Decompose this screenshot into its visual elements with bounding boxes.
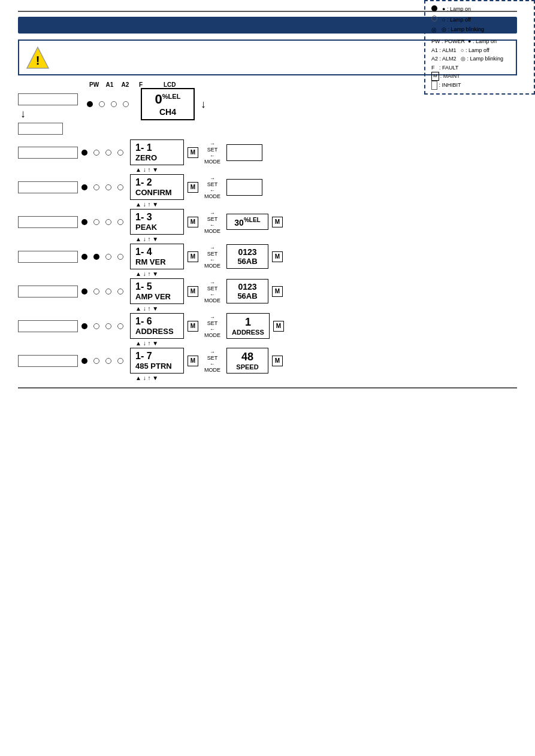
f-label: F xyxy=(136,81,146,88)
m-button-1-5[interactable]: M xyxy=(188,286,198,297)
dot-f-1-2 xyxy=(117,184,123,190)
lamp-off-indicator xyxy=(431,16,437,22)
lamp-blink-indicator: ◎ xyxy=(431,25,437,35)
left-box-row1-6 xyxy=(18,320,78,332)
instrument-rows: 1- 1 ZERO M →SET ←MODE ▲ ↓ ↑ ▼ 1- 2 CONF… xyxy=(18,139,517,381)
a1-dot xyxy=(99,101,105,107)
dot-a2-1-4 xyxy=(105,254,111,260)
m-button-1-3[interactable]: M xyxy=(188,217,198,227)
right-box-1-6: 1 ADDRESS xyxy=(226,313,270,339)
warning-icon: ! xyxy=(25,45,50,71)
lcd-1-5: 1- 5 AMP VER xyxy=(130,278,184,304)
arrows-1-7-bottom: ▲ ↓ ↑ ▼ xyxy=(135,375,517,381)
m-button-1-5-right[interactable]: M xyxy=(272,286,283,297)
arrows-1-1: ▲ ↓ ↑ ▼ xyxy=(135,166,517,173)
set-mode-1-3: →SET ←MODE xyxy=(202,210,223,234)
left-box-row1-3 xyxy=(18,216,78,228)
set-mode-1-4: →SET ←MODE xyxy=(202,245,223,269)
dot-a1-1-6 xyxy=(93,323,99,329)
dots-1-7 xyxy=(81,358,126,364)
lcd-1-7: 1- 7 485 PTRN xyxy=(130,348,184,374)
dot-a1-1-5 xyxy=(93,289,99,294)
legend-lamp-labels: ● : Lamp on xyxy=(431,5,528,14)
top-section: ↓ PW A1 A2 F LCD 0%LEL CH xyxy=(18,81,517,135)
dot-pw-1-6 xyxy=(81,323,87,329)
down-arrow-1: ↓ xyxy=(18,108,81,120)
right-box-1-2 xyxy=(226,179,262,196)
top-dots xyxy=(87,101,129,107)
row-1-3: 1- 3 PEAK M →SET ←MODE 30%LEL M xyxy=(18,209,517,235)
lcd-1-4: 1- 4 RM VER xyxy=(130,244,184,269)
pw-label: PW xyxy=(89,81,99,88)
m-button-1-1[interactable]: M xyxy=(188,147,198,158)
m-button-1-7-right[interactable]: M xyxy=(272,356,283,366)
m-button-1-3-right[interactable]: M xyxy=(272,217,283,227)
m-button-1-4[interactable]: M xyxy=(188,251,198,262)
m-button-1-6-right[interactable]: M xyxy=(273,321,284,332)
pw-dot xyxy=(87,101,93,107)
svg-text:!: ! xyxy=(36,54,40,67)
lcd-gas-line: CH4 xyxy=(147,107,189,117)
set-mode-1-2: →SET ←MODE xyxy=(202,175,223,199)
dot-a1-1-7 xyxy=(93,358,99,364)
top-indicators-lcd: 0%LEL CH4 ↓ xyxy=(87,88,206,120)
dot-f-1-4 xyxy=(117,254,123,260)
bottom-rule xyxy=(18,387,517,388)
dot-f-1-3 xyxy=(117,219,123,225)
left-box-row1-5 xyxy=(18,286,78,297)
lamp-off-label: ○ : Lamp off xyxy=(442,16,471,24)
dot-pw-1-4 xyxy=(81,254,87,260)
dots-1-3 xyxy=(81,219,126,225)
m-button-1-4-right[interactable]: M xyxy=(272,251,283,262)
legend-box: ● : Lamp on ○ : Lamp off ◎ ◎ : Lamp blin… xyxy=(424,0,535,95)
dot-f-1-5 xyxy=(117,289,123,294)
dot-pw-1-1 xyxy=(81,150,87,156)
right-box-1-3: 30%LEL xyxy=(226,214,268,230)
arrows-1-3: ▲ ↓ ↑ ▼ xyxy=(135,236,517,242)
lcd-label: LCD xyxy=(164,81,176,88)
dot-pw-1-2 xyxy=(81,184,87,190)
row-1-1: 1- 1 ZERO M →SET ←MODE xyxy=(18,139,517,165)
right-box-1-7: 48 SPEED xyxy=(226,348,268,374)
right-box-1-5: 0123 56AB xyxy=(226,279,268,303)
dot-a2-1-3 xyxy=(105,219,111,225)
lcd-1-1: 1- 1 ZERO xyxy=(130,139,184,165)
lamp-on-indicator xyxy=(431,5,437,14)
arrows-1-4: ▲ ↓ ↑ ▼ xyxy=(135,271,517,277)
lcd-1-6: 1- 6 ADDRESS xyxy=(130,313,184,339)
left-boxes: ↓ xyxy=(18,81,81,135)
lamp-blink-label: ◎ : Lamp blinking xyxy=(442,25,484,35)
f-dot xyxy=(123,101,129,107)
dots-1-4 xyxy=(81,254,126,260)
left-box-row1-1 xyxy=(18,147,78,159)
top-lcd: 0%LEL CH4 xyxy=(141,88,195,120)
dot-a1-1-2 xyxy=(93,184,99,190)
arrows-1-6: ▲ ↓ ↑ ▼ xyxy=(135,340,517,347)
m-button-1-6[interactable]: M xyxy=(188,321,198,332)
m-button-1-7[interactable]: M xyxy=(188,356,198,366)
lcd-1-3: 1- 3 PEAK xyxy=(130,209,184,235)
dot-pw-1-3 xyxy=(81,219,87,225)
dot-a2-1-7 xyxy=(105,358,111,364)
main-panel: ↓ PW A1 A2 F LCD 0%LEL CH xyxy=(18,81,517,381)
right-box-1-4: 0123 56AB xyxy=(226,244,268,269)
row-1-2: 1- 2 CONFIRM M →SET ←MODE xyxy=(18,174,517,200)
lcd-value-line: 0%LEL xyxy=(147,92,189,107)
left-box-row1-4 xyxy=(18,251,78,263)
m-button-1-2[interactable]: M xyxy=(188,182,198,193)
row-1-4: 1- 4 RM VER M →SET ←MODE 0123 56AB M xyxy=(18,244,517,269)
dot-a2-1-2 xyxy=(105,184,111,190)
set-mode-1-7: →SET ←MODE xyxy=(202,349,223,373)
arrows-1-2: ▲ ↓ ↑ ▼ xyxy=(135,201,517,208)
left-box-2 xyxy=(18,123,63,135)
center-top: PW A1 A2 F LCD 0%LEL CH4 ↓ xyxy=(87,81,206,120)
dot-pw-1-5 xyxy=(81,289,87,294)
a2-dot xyxy=(111,101,117,107)
set-mode-1-6: →SET ←MODE xyxy=(202,314,223,338)
dots-1-5 xyxy=(81,289,126,294)
left-box-row1-7 xyxy=(18,355,78,367)
lcd-1-2: 1- 2 CONFIRM xyxy=(130,174,184,200)
set-mode-1-1: →SET ←MODE xyxy=(202,141,223,165)
lamp-on-label: ● : Lamp on xyxy=(442,5,471,14)
legend-items: PW : POWER ● : Lamp on A1 : ALM1 ○ : Lam… xyxy=(431,37,528,89)
